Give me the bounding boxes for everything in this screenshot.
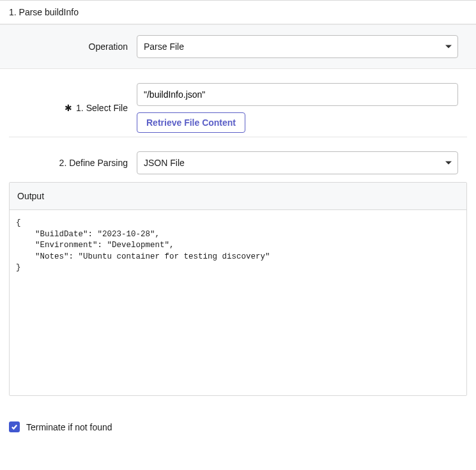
output-header: Output [10,183,466,210]
select-file-label: ✱ 1. Select File [18,103,128,113]
terminate-label: Terminate if not found [26,422,112,432]
define-parsing-select[interactable]: JSON File [137,151,458,174]
output-panel: Output { "BuildDate": "2023-10-28", "Env… [9,182,467,396]
operation-select-value: Parse File [144,42,184,52]
step-header: 1. Parse buildInfo [0,1,476,24]
step-title: 1. Parse buildInfo [9,7,79,17]
output-label: Output [17,191,44,201]
operation-select[interactable]: Parse File [137,35,458,58]
terminate-checkbox[interactable] [9,421,20,432]
select-file-input[interactable] [137,83,458,106]
retrieve-file-button[interactable]: Retrieve File Content [137,112,245,133]
checkmark-icon [11,423,18,430]
output-body[interactable]: { "BuildDate": "2023-10-28", "Environmen… [10,210,466,395]
define-parsing-label: 2. Define Parsing [18,158,128,168]
select-file-label-text: 1. Select File [76,103,128,113]
operation-label: Operation [18,42,128,52]
define-parsing-select-value: JSON File [144,158,185,168]
required-asterisk-icon: ✱ [65,103,72,113]
